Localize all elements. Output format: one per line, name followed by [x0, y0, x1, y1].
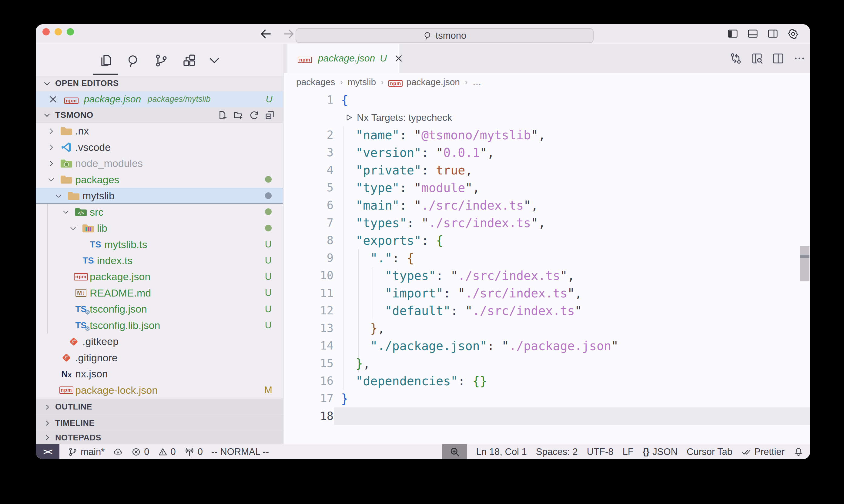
tree-item-packages[interactable]: packages	[36, 172, 283, 187]
code-line-7[interactable]: 7 "types": "./src/index.ts",	[284, 214, 810, 232]
chevron-right-icon[interactable]	[47, 127, 55, 135]
toggle-sidebar-left-icon[interactable]	[727, 28, 739, 40]
open-changes-icon[interactable]	[729, 52, 742, 65]
notepads-section-header[interactable]: NOTEPADS	[36, 431, 283, 444]
tree-item--vscode[interactable]: .vscode	[36, 139, 283, 155]
status-json[interactable]: {}JSON	[643, 447, 677, 457]
code-line-14[interactable]: 14 "./package.json": "./package.json"	[284, 337, 810, 355]
tree-item-node-modules[interactable]: node_modules	[36, 156, 283, 172]
code-line-18[interactable]: 18	[284, 408, 810, 425]
tree-item-mytslib[interactable]: mytslib	[36, 188, 283, 204]
status-0[interactable]: 0	[158, 447, 176, 457]
new-folder-icon[interactable]	[233, 110, 243, 120]
code-line-13[interactable]: 13 },	[284, 320, 810, 337]
tree-item-mytslib-ts[interactable]: TSmytslib.tsU	[36, 236, 283, 252]
new-file-icon[interactable]	[217, 110, 228, 120]
chevron-down-icon[interactable]	[47, 176, 55, 183]
explorer-section-header[interactable]: TSMONO	[36, 107, 283, 123]
toggle-panel-icon[interactable]	[747, 28, 758, 40]
code-line-1[interactable]: 1{	[284, 91, 810, 109]
code-line-9[interactable]: 9 ".": {	[284, 249, 810, 267]
tree-item-package-json[interactable]: npmpackage.jsonU	[36, 269, 283, 285]
open-preview-icon[interactable]	[751, 52, 763, 65]
split-editor-icon[interactable]	[772, 52, 785, 65]
chevron-right-icon[interactable]	[47, 143, 55, 151]
open-editor-item[interactable]: npm package.json packages/mytslib U	[36, 91, 283, 107]
toggle-sidebar-right-icon[interactable]	[767, 28, 778, 40]
command-center-search[interactable]: tsmono	[296, 28, 593, 43]
breadcrumb--[interactable]: …	[472, 77, 481, 87]
run-target-icon[interactable]	[345, 113, 352, 122]
chevron-down-icon[interactable]	[55, 192, 63, 200]
status--normal-[interactable]: -- NORMAL --	[211, 447, 269, 457]
tree-item-README-md[interactable]: M↓README.mdU	[36, 285, 283, 301]
code-line-8[interactable]: 8 "exports": {	[284, 232, 810, 249]
code-line-2[interactable]: 2 "name": "@tsmono/mytslib",	[284, 126, 810, 144]
more-actions-icon[interactable]	[793, 52, 806, 65]
status-utf-8[interactable]: UTF-8	[587, 447, 614, 457]
status-bell[interactable]	[794, 447, 803, 457]
breadcrumb-mytslib[interactable]: mytslib	[348, 77, 376, 87]
settings-gear-icon[interactable]	[787, 28, 799, 40]
activity-extensions-icon[interactable]	[182, 53, 196, 68]
close-window-button[interactable]	[42, 28, 50, 35]
collapse-all-icon[interactable]	[265, 110, 275, 120]
code-line-5[interactable]: 5 "type": "module",	[284, 179, 810, 197]
tab-package-json[interactable]: npm package.json U	[288, 43, 400, 73]
code-line-11[interactable]: 11 "import": "./src/index.ts",	[284, 284, 810, 302]
activity-more-chevron-icon[interactable]	[207, 53, 222, 68]
tree-item-tsconfig-lib-json[interactable]: TS⚙tsconfig.lib.jsonU	[36, 318, 283, 334]
tree-item-tsconfig-json[interactable]: TS⚙tsconfig.jsonU	[36, 301, 283, 317]
forward-arrow-icon[interactable]	[282, 27, 295, 41]
code-line-6[interactable]: 6 "main": "./src/index.ts",	[284, 197, 810, 214]
remote-indicator[interactable]: ><	[36, 444, 59, 459]
timeline-section-header[interactable]: TIMELINE	[36, 415, 283, 431]
breadcrumb-package-json[interactable]: npmpackage.json	[389, 77, 460, 87]
tree-item-package-lock-json[interactable]: npmpackage-lock.jsonM	[36, 382, 283, 398]
code-line-4[interactable]: 4 "private": true,	[284, 161, 810, 179]
open-editors-header[interactable]: OPEN EDITORS	[36, 76, 283, 91]
chevron-right-icon[interactable]	[47, 160, 55, 167]
tree-item-src[interactable]: </>src	[36, 204, 283, 220]
minimize-window-button[interactable]	[55, 28, 62, 35]
status-cloud-upload[interactable]	[113, 447, 123, 457]
code-text: "./package.json": "./package.json"	[341, 337, 618, 355]
close-icon[interactable]	[49, 95, 57, 104]
code-line-10[interactable]: 10 "types": "./src/index.ts",	[284, 267, 810, 284]
status-0[interactable]: 0	[131, 447, 149, 457]
code-line-16[interactable]: 16 "dependencies": {}	[284, 372, 810, 390]
zoom-window-button[interactable]	[67, 28, 74, 35]
activity-explorer-icon[interactable]	[98, 53, 113, 68]
activity-source-control-icon[interactable]	[154, 53, 169, 68]
status-0[interactable]: 0	[184, 447, 203, 457]
back-arrow-icon[interactable]	[259, 27, 273, 41]
chevron-down-icon[interactable]	[62, 208, 70, 216]
screencast-zoom-indicator[interactable]	[442, 444, 467, 459]
status-lf[interactable]: LF	[623, 447, 634, 457]
code-line-12[interactable]: 12 "default": "./src/index.ts"	[284, 302, 810, 320]
code-line-17[interactable]: 17}	[284, 390, 810, 408]
chevron-down-icon[interactable]	[69, 224, 77, 232]
status-prettier[interactable]: Prettier	[742, 447, 785, 457]
code-line-3[interactable]: 3 "version": "0.0.1",	[284, 144, 810, 161]
refresh-icon[interactable]	[249, 110, 259, 120]
tree-item-nx-json[interactable]: Nxnx.json	[36, 366, 283, 382]
codelens-nx-targets[interactable]: Nx Targets: typecheck	[284, 109, 810, 126]
status-ln-18-col-1[interactable]: Ln 18, Col 1	[476, 447, 527, 457]
tree-item-index-ts[interactable]: TSindex.tsU	[36, 253, 283, 269]
tree-item--nx[interactable]: .nx	[36, 123, 283, 139]
tree-item-label: src	[90, 206, 103, 218]
tree-item-lib[interactable]: lib	[36, 220, 283, 236]
code-line-15[interactable]: 15 },	[284, 355, 810, 372]
status-cursor-tab[interactable]: Cursor Tab	[687, 447, 733, 457]
code-editor[interactable]: 1{Nx Targets: typecheck2 "name": "@tsmon…	[284, 91, 810, 444]
status-main-[interactable]: main*	[68, 447, 105, 457]
outline-section-header[interactable]: OUTLINE	[36, 399, 283, 415]
tree-item--gitignore[interactable]: .gitignore	[36, 350, 283, 366]
tree-item--gitkeep[interactable]: .gitkeep	[36, 334, 283, 349]
activity-search-icon[interactable]	[126, 53, 141, 68]
breadcrumb-packages[interactable]: packages	[296, 77, 335, 87]
status-spaces-2[interactable]: Spaces: 2	[536, 447, 578, 457]
close-tab-icon[interactable]	[394, 54, 403, 63]
codelens-label[interactable]: Nx Targets: typecheck	[357, 112, 452, 123]
